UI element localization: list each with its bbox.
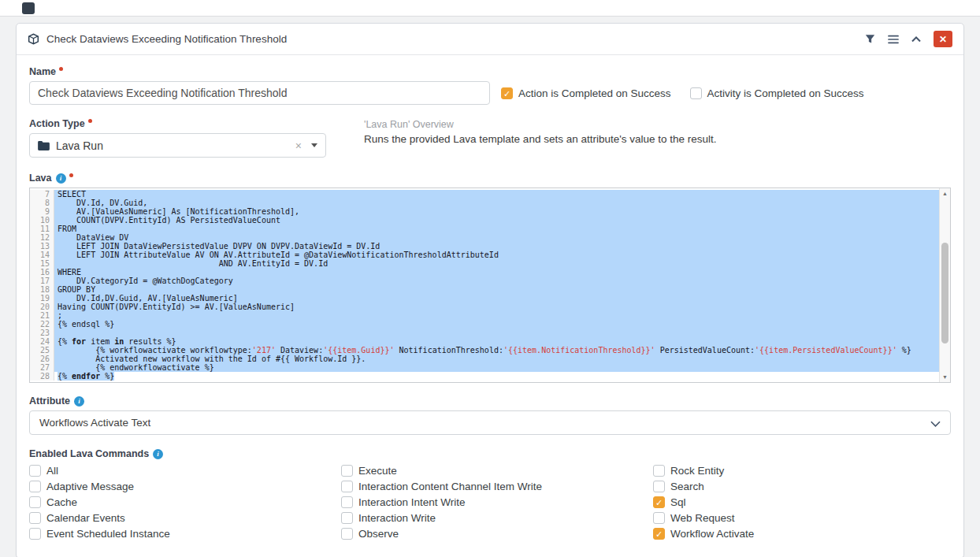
panel-header: Check Dataviews Exceeding Notification T… <box>17 24 963 55</box>
code-text: COUNT(DVPV.EntityId) AS PersistedValueCo… <box>54 216 950 225</box>
filter-icon[interactable] <box>865 34 875 44</box>
checkbox-label: Activity is Completed on Success <box>707 87 864 99</box>
checkbox-label: Search <box>670 481 704 492</box>
lava-label: Lava i <box>29 173 951 184</box>
checkbox-item[interactable]: Web Request <box>653 512 951 524</box>
checkbox-unchecked-icon[interactable] <box>29 528 41 540</box>
checkbox-label: Rock Entity <box>670 465 724 477</box>
checkbox-item[interactable]: Interaction Write <box>341 512 653 524</box>
code-line: 23 <box>30 329 950 337</box>
checkbox-label: Event Scheduled Instance <box>46 528 170 540</box>
checkbox-unchecked-icon[interactable] <box>29 496 41 508</box>
checkbox-item[interactable]: All <box>29 465 341 477</box>
scroll-down-icon[interactable]: ▼ <box>940 372 950 382</box>
checkbox-item[interactable]: Interaction Content Channel Item Write <box>341 481 653 492</box>
checkbox-unchecked-icon[interactable] <box>29 481 41 492</box>
code-line: 22{% endsql %} <box>30 320 950 329</box>
code-line: 28{% endfor %} <box>30 372 950 381</box>
checkbox-unchecked-icon[interactable] <box>341 481 353 492</box>
checkbox-item[interactable]: Observe <box>341 528 653 540</box>
checkbox-unchecked-icon[interactable] <box>341 512 353 524</box>
code-text: LEFT JOIN AttributeValue AV ON AV.Attrib… <box>54 251 950 259</box>
checkbox-unchecked-icon[interactable] <box>653 481 665 492</box>
checkbox-checked-icon[interactable]: ✓ <box>653 528 665 540</box>
scroll-up-icon[interactable]: ▲ <box>940 188 950 199</box>
code-line: 11FROM <box>30 225 950 233</box>
code-line: 19 DV.Id,DV.Guid, AV.[ValueAsNumeric] <box>30 294 950 303</box>
checkbox-unchecked-icon[interactable] <box>341 528 353 540</box>
code-line: 24{% for item in results %} <box>30 337 950 346</box>
checkbox-unchecked-icon[interactable] <box>29 465 41 477</box>
required-indicator <box>88 119 92 123</box>
close-icon: ✕ <box>939 34 947 45</box>
action-overview: 'Lava Run' Overview Runs the provided La… <box>364 118 717 158</box>
line-number: 16 <box>30 268 54 277</box>
checkbox-item[interactable]: Search <box>653 481 951 492</box>
workflow-action-panel: Check Dataviews Exceeding Notification T… <box>16 23 964 557</box>
line-number: 15 <box>30 259 54 268</box>
name-input[interactable] <box>29 81 490 105</box>
checkbox-label: Adaptive Message <box>46 481 134 492</box>
checkbox-item[interactable]: ✓Sql <box>653 496 951 508</box>
action-type-label: Action Type <box>29 118 326 129</box>
code-text: DV.Id, DV.Guid, <box>54 199 950 207</box>
checkbox-item[interactable]: ✓Action is Completed on Success <box>501 87 671 99</box>
checkbox-item[interactable]: Event Scheduled Instance <box>29 528 341 540</box>
checkbox-unchecked-icon[interactable] <box>653 512 665 524</box>
app-icon[interactable] <box>22 2 35 14</box>
checkbox-checked-icon[interactable]: ✓ <box>501 87 513 99</box>
checkbox-item[interactable]: Rock Entity <box>653 465 951 477</box>
info-icon[interactable]: i <box>56 173 66 184</box>
code-line: 7SELECT <box>30 190 950 199</box>
checkbox-item[interactable]: Cache <box>29 496 341 508</box>
code-text: SELECT <box>54 190 950 199</box>
code-text: {% endsql %} <box>54 320 950 329</box>
lava-code-editor[interactable]: 7SELECT8 DV.Id, DV.Guid,9 AV.[ValueAsNum… <box>29 188 951 383</box>
code-text: LEFT JOIN DataViewPersistedValue DVPV ON… <box>54 242 950 251</box>
panel-title: Check Dataviews Exceeding Notification T… <box>46 33 287 45</box>
attribute-select[interactable]: Workflows Activate Text <box>29 410 951 435</box>
code-line: 18GROUP BY <box>30 285 950 294</box>
name-field-group: Name <box>29 66 490 105</box>
code-text: DataView DV <box>54 233 950 242</box>
dropdown-caret-icon[interactable] <box>311 143 317 147</box>
line-number: 10 <box>30 216 54 225</box>
checkbox-item[interactable]: Activity is Completed on Success <box>690 87 864 99</box>
enabled-lava-commands-label: Enabled Lava Commands i <box>29 448 951 459</box>
checkbox-item[interactable]: Interaction Intent Write <box>341 496 653 508</box>
code-text: AV.[ValueAsNumeric] As [NotificationThre… <box>54 207 950 216</box>
checkbox-item[interactable]: Adaptive Message <box>29 481 341 492</box>
line-number: 14 <box>30 251 54 259</box>
close-button[interactable]: ✕ <box>934 31 952 47</box>
code-line: 14 LEFT JOIN AttributeValue AV ON AV.Att… <box>30 251 950 259</box>
menu-icon[interactable] <box>888 35 899 44</box>
code-lines: 7SELECT8 DV.Id, DV.Guid,9 AV.[ValueAsNum… <box>30 188 950 381</box>
checkbox-item[interactable]: Execute <box>341 465 653 477</box>
collapse-chevron-icon[interactable] <box>911 36 921 43</box>
action-type-picker[interactable]: Lava Run × <box>29 133 326 158</box>
info-icon[interactable]: i <box>74 396 84 407</box>
checkbox-checked-icon[interactable]: ✓ <box>653 496 665 508</box>
checkbox-unchecked-icon[interactable] <box>29 512 41 524</box>
checkbox-label: All <box>46 465 58 477</box>
code-line: 8 DV.Id, DV.Guid, <box>30 199 950 207</box>
code-text: DV.CategoryId = @WatchDogCategory <box>54 277 950 285</box>
line-number: 24 <box>30 337 54 346</box>
checkbox-item[interactable]: Calendar Events <box>29 512 341 524</box>
code-line: 26 Activated new workflow with the Id of… <box>30 355 950 363</box>
info-icon[interactable]: i <box>153 449 163 459</box>
checkbox-unchecked-icon[interactable] <box>690 87 702 99</box>
checkbox-unchecked-icon[interactable] <box>341 496 353 508</box>
scrollbar[interactable]: ▲ ▼ <box>939 188 950 382</box>
scrollbar-thumb[interactable] <box>941 243 948 343</box>
code-text: ; <box>54 311 950 320</box>
checkbox-unchecked-icon[interactable] <box>653 465 665 477</box>
folder-icon <box>38 141 50 150</box>
line-number: 18 <box>30 285 54 294</box>
checkbox-label: Execute <box>358 465 397 477</box>
line-number: 17 <box>30 277 54 285</box>
code-line: 25 {% workflowactivate workflowtype:'217… <box>30 346 950 355</box>
checkbox-unchecked-icon[interactable] <box>341 465 353 477</box>
clear-icon[interactable]: × <box>295 139 302 152</box>
checkbox-item[interactable]: ✓Workflow Activate <box>653 528 951 540</box>
